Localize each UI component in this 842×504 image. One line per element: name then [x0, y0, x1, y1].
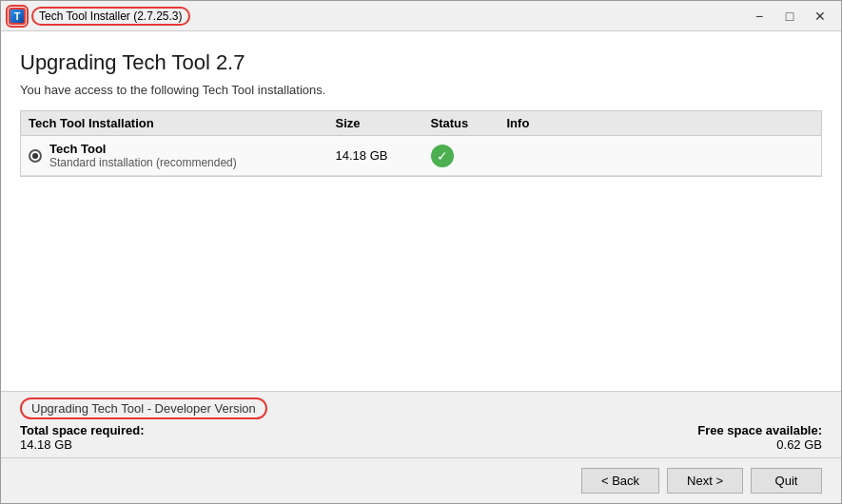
installation-name: Tech Tool	[49, 142, 237, 156]
installation-description: Standard installation (recommended)	[49, 156, 237, 169]
col-header-installation: Tech Tool Installation	[29, 116, 336, 130]
button-bar: < Back Next > Quit	[1, 457, 841, 503]
radio-button[interactable]	[29, 149, 42, 163]
quit-button[interactable]: Quit	[751, 468, 822, 494]
developer-version-text: Upgrading Tech Tool - Developer Version	[20, 397, 267, 419]
content-spacer	[20, 177, 822, 391]
installation-cell: Tech Tool Standard installation (recomme…	[29, 142, 336, 169]
col-header-size: Size	[336, 116, 431, 130]
status-cell: ✓	[431, 145, 507, 167]
col-header-info: Info	[507, 116, 814, 130]
installation-info: Tech Tool Standard installation (recomme…	[49, 142, 237, 169]
total-space: Total space required: 14.18 GB	[20, 423, 145, 452]
maximize-button[interactable]: □	[776, 7, 803, 26]
free-space: Free space available: 0.62 GB	[697, 423, 822, 452]
main-window: T Tech Tool Installer (2.7.25.3) − □ ✕ U…	[0, 0, 842, 504]
table-row[interactable]: Tech Tool Standard installation (recomme…	[21, 136, 821, 176]
page-title: Upgrading Tech Tool 2.7	[20, 50, 822, 75]
page-subtitle: You have access to the following Tech To…	[20, 83, 822, 97]
title-bar-left: T Tech Tool Installer (2.7.25.3)	[9, 7, 190, 26]
size-cell: 14.18 GB	[336, 148, 431, 163]
back-button[interactable]: < Back	[581, 468, 659, 494]
close-button[interactable]: ✕	[807, 7, 833, 26]
radio-inner	[32, 153, 38, 159]
free-space-value: 0.62 GB	[697, 437, 822, 452]
bottom-bar: Upgrading Tech Tool - Developer Version …	[1, 391, 841, 457]
space-info: Total space required: 14.18 GB Free spac…	[20, 423, 822, 452]
title-bar-controls: − □ ✕	[746, 7, 833, 26]
table-header: Tech Tool Installation Size Status Info	[21, 111, 821, 136]
col-header-status: Status	[431, 116, 507, 130]
total-space-label: Total space required:	[20, 423, 145, 437]
developer-version-label: Upgrading Tech Tool - Developer Version	[20, 397, 822, 423]
main-content: Upgrading Tech Tool 2.7 You have access …	[1, 31, 841, 391]
status-icon-ok: ✓	[431, 145, 454, 167]
free-space-label: Free space available:	[697, 423, 822, 437]
minimize-button[interactable]: −	[746, 7, 773, 26]
window-title: Tech Tool Installer (2.7.25.3)	[31, 7, 190, 26]
app-icon: T	[9, 8, 26, 25]
total-space-value: 14.18 GB	[20, 437, 145, 452]
next-button[interactable]: Next >	[667, 468, 743, 494]
title-bar: T Tech Tool Installer (2.7.25.3) − □ ✕	[1, 1, 841, 31]
installations-table: Tech Tool Installation Size Status Info …	[20, 110, 822, 177]
